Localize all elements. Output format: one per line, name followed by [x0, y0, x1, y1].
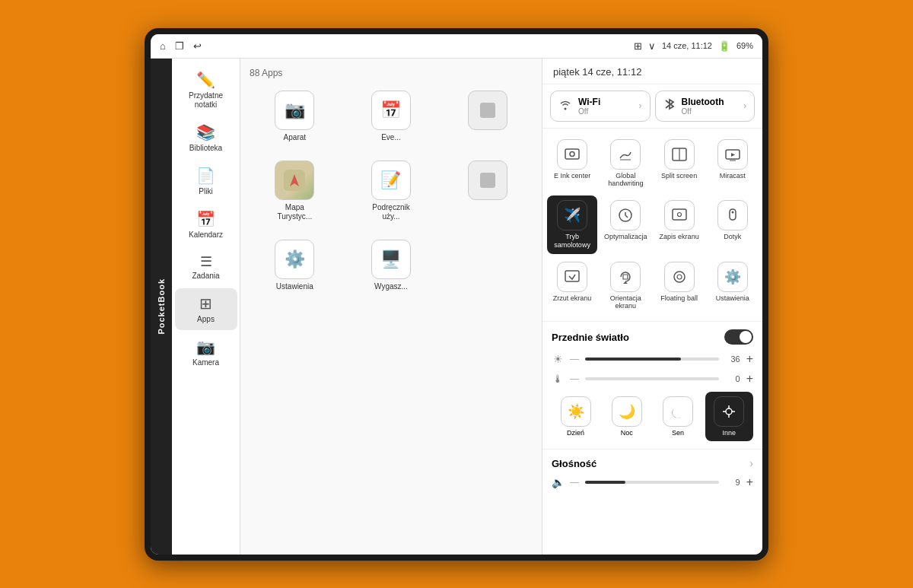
sidebar-item-kamera[interactable]: 📷 Kamera	[175, 332, 237, 373]
app-aparat[interactable]: 📷 Aparat	[250, 84, 340, 148]
kalendarz-icon: 📅	[196, 210, 215, 228]
placeholder2-icon-box	[468, 161, 507, 200]
bluetooth-button[interactable]: Bluetooth Off ›	[655, 91, 756, 122]
notatki-icon: ✏️	[196, 71, 215, 89]
quick-zapis[interactable]: Zapis ekranu	[654, 195, 705, 254]
bluetooth-status: Off	[682, 107, 738, 116]
app-ustawienia[interactable]: ⚙️ Ustawienia	[250, 234, 340, 297]
temperature-plus[interactable]: +	[746, 372, 753, 386]
quick-airplane[interactable]: ✈️ Tryb samolotowy	[547, 195, 597, 254]
svg-point-5	[570, 151, 574, 156]
orientacja-icon	[610, 262, 641, 292]
wifi-button[interactable]: Wi-Fi Off ›	[550, 91, 651, 122]
status-datetime: 14 cze, 11:12	[662, 41, 712, 50]
app-podrecznik[interactable]: 📝 Podręcznik uży...	[346, 154, 437, 227]
brightness-track[interactable]	[585, 358, 719, 361]
volume-section: Głośność › 🔈 — 9 +	[542, 450, 762, 503]
miracast-label: Miracast	[720, 172, 746, 180]
back-icon[interactable]: ↩	[193, 40, 202, 52]
eink-label: E Ink center	[554, 172, 590, 180]
home-icon[interactable]: ⌂	[160, 40, 166, 52]
quick-ustawienia[interactable]: ⚙️ Ustawienia	[708, 257, 758, 316]
volume-arrow[interactable]: ›	[749, 457, 753, 469]
mode-dzien[interactable]: ☀️ Dzień	[552, 392, 600, 441]
volume-title: Głośność	[552, 458, 596, 469]
svg-point-18	[677, 275, 682, 279]
battery-icon: 🔋	[718, 40, 730, 52]
app-wygasz[interactable]: 🖥️ Wygasz...	[346, 234, 437, 297]
volume-plus[interactable]: +	[746, 475, 753, 489]
quick-zrzut[interactable]: Zrzut ekranu	[547, 257, 597, 316]
volume-minus[interactable]: —	[570, 477, 579, 488]
quick-splitscreen[interactable]: Split screen	[654, 135, 705, 193]
eventy-icon-box: 📅	[371, 91, 411, 130]
quick-settings-panel: piątek 14 cze, 11:12 Wi-Fi	[542, 59, 762, 555]
svg-point-23	[726, 408, 732, 415]
apps-grid: 📷 Aparat 📅 Eve...	[250, 84, 533, 297]
app-placeholder1[interactable]	[442, 84, 533, 148]
wifi-name: Wi-Fi	[578, 97, 633, 107]
aparat-icon-box: 📷	[275, 91, 314, 130]
mode-sen[interactable]: Sen	[654, 392, 702, 441]
lighting-header: Przednie światło	[552, 329, 753, 345]
airplane-label: Tryb samolotowy	[549, 233, 596, 250]
optymalizacja-label: Optymalizacja	[604, 233, 647, 241]
app-placeholder2[interactable]	[442, 154, 533, 227]
app-mapa[interactable]: Mapa Turystyc...	[250, 154, 340, 227]
sen-icon	[663, 396, 693, 427]
wifi-arrow: ›	[639, 100, 642, 111]
grid-icon[interactable]: ⊞	[634, 40, 642, 52]
recent-icon[interactable]: ❐	[175, 40, 184, 52]
battery-level: 69%	[736, 41, 753, 50]
temperature-minus[interactable]: —	[570, 373, 579, 384]
sidebar-item-notatki[interactable]: ✏️ Przydatne notatki	[175, 65, 237, 116]
status-bar: ⌂ ❐ ↩ ⊞ ∨ 14 cze, 11:12 🔋 69%	[151, 34, 762, 59]
temperature-value: 0	[725, 374, 740, 383]
mode-inne[interactable]: Inne	[705, 392, 753, 441]
biblioteka-icon: 📚	[196, 123, 215, 141]
lighting-toggle[interactable]	[724, 329, 753, 345]
quick-orientacja[interactable]: Orientacja ekranu	[600, 257, 651, 316]
app-eventy[interactable]: 📅 Eve...	[346, 84, 437, 148]
quick-floating[interactable]: Floating ball	[654, 257, 705, 316]
splitscreen-icon	[664, 139, 695, 170]
quick-eink[interactable]: E Ink center	[547, 135, 597, 193]
sidebar-item-pliki[interactable]: 📄 Pliki	[175, 161, 237, 202]
quick-dotyk[interactable]: Dotyk	[708, 195, 758, 254]
temperature-icon: 🌡	[552, 373, 564, 385]
kamera-icon: 📷	[196, 338, 215, 356]
quick-icons-grid: E Ink center Global handwriting	[542, 129, 762, 323]
svg-marker-16	[623, 281, 628, 284]
brightness-plus[interactable]: +	[746, 352, 753, 366]
device-screen: ⌂ ❐ ↩ ⊞ ∨ 14 cze, 11:12 🔋 69% PocketBook…	[151, 34, 762, 555]
podrecznik-icon-box: 📝	[371, 161, 411, 200]
temperature-track[interactable]	[585, 377, 719, 380]
quick-optymalizacja[interactable]: Optymalizacja	[600, 195, 651, 254]
volume-track[interactable]	[585, 481, 719, 484]
lighting-title: Przednie światło	[552, 332, 629, 343]
svg-point-17	[674, 272, 685, 282]
sidebar-item-kalendarz[interactable]: 📅 Kalendarz	[175, 204, 237, 246]
zrzut-icon	[557, 262, 587, 292]
status-right: ⊞ ∨ 14 cze, 11:12 🔋 69%	[634, 40, 753, 52]
zadania-label: Zadania	[192, 272, 219, 281]
zapis-icon	[664, 200, 695, 230]
sidebar-item-biblioteka[interactable]: 📚 Biblioteka	[175, 117, 237, 159]
pliki-label: Pliki	[199, 187, 212, 196]
wifi-info: Wi-Fi Off	[578, 97, 633, 116]
apps-area: 88 Apps 📷 Aparat 📅 Eve...	[240, 59, 542, 555]
volume-header: Głośność ›	[552, 457, 753, 469]
airplane-icon: ✈️	[557, 200, 587, 230]
dropdown-icon[interactable]: ∨	[648, 40, 656, 52]
volume-slider-row: 🔈 — 9 +	[552, 475, 753, 489]
pliki-icon: 📄	[196, 167, 215, 185]
sidebar-item-zadania[interactable]: ☰ Zadania	[175, 247, 237, 287]
notatki-label: Przydatne notatki	[178, 91, 234, 110]
brightness-minus[interactable]: —	[570, 354, 579, 364]
quick-handwriting[interactable]: Global handwriting	[600, 135, 651, 193]
volume-icon: 🔈	[552, 476, 564, 488]
brightness-slider-row: ☀ — 36 +	[552, 352, 753, 366]
sidebar-item-apps[interactable]: ⊞ Apps	[175, 288, 237, 330]
mode-noc[interactable]: 🌙 Noc	[603, 392, 651, 441]
quick-miracast[interactable]: Miracast	[708, 135, 758, 193]
